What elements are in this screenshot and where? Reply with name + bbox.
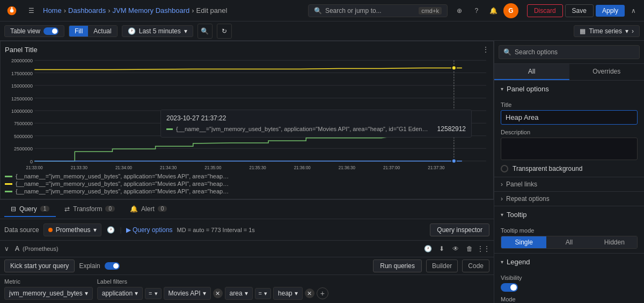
query-options-link[interactable]: ▶ Query options	[126, 226, 173, 234]
remove-filter-1[interactable]: ✕	[213, 288, 223, 298]
time-series-label: Time series	[589, 27, 622, 35]
tooltip-header[interactable]: ▾ Tooltip	[494, 206, 644, 223]
search-options-area: 🔍 Search options	[494, 41, 644, 64]
zoom-out-button[interactable]: 🔍	[197, 24, 213, 39]
metric-select[interactable]: jvm_memory_used_bytes ▾	[4, 287, 93, 300]
chevron-down-icon: ▾	[184, 27, 187, 35]
user-avatar[interactable]: G	[503, 3, 518, 18]
tab-transform[interactable]: ⇄ Transform 0	[58, 202, 121, 217]
svg-point-1	[10, 9, 14, 12]
remove-filter-2[interactable]: ✕	[305, 288, 314, 298]
fill-button[interactable]: Fill	[69, 26, 88, 37]
tab-alert[interactable]: 🔔 Alert 0	[123, 202, 173, 217]
run-queries-button[interactable]: Run queries	[373, 259, 422, 272]
collapse-icon[interactable]: ∧	[627, 4, 640, 17]
transparent-bg-radio[interactable]	[501, 165, 508, 172]
fill-actual-toggle: Fill Actual	[69, 25, 118, 37]
legend-item-2[interactable]: {__name__="jvm_memory_used_bytes", appli…	[5, 181, 489, 187]
chevron-right-icon: ›	[632, 27, 634, 35]
query-download-icon[interactable]: ⬇	[436, 243, 448, 255]
kick-explain-row: Kick start your query Explain Run querie…	[0, 257, 494, 275]
explain-toggle[interactable]	[105, 262, 120, 270]
panel-options-header[interactable]: ▾ Panel options	[494, 81, 644, 97]
query-collapse-icon[interactable]: ∨	[4, 245, 12, 252]
query-drag-icon[interactable]: ⋮⋮	[478, 243, 489, 255]
breadcrumb-dashboards[interactable]: Dashboards	[68, 6, 106, 15]
refresh-button[interactable]: ↻	[217, 24, 232, 39]
builder-button[interactable]: Builder	[426, 259, 458, 272]
tooltip-row: {__name__="jvm_memory_used_bytes", appli…	[166, 125, 466, 133]
datasource-row: Data source Prometheus ▾ 🕐 | ▶ Query opt…	[0, 219, 494, 241]
save-button[interactable]: Save	[565, 4, 594, 17]
repeat-options-header[interactable]: › Repeat options	[494, 192, 644, 206]
actual-button[interactable]: Actual	[88, 26, 116, 37]
chart-menu-icon[interactable]: ⋮	[482, 46, 489, 53]
tooltip-mode-buttons: Single All Hidden	[501, 236, 638, 249]
filter-op-1-value: =	[149, 290, 152, 297]
grafana-logo[interactable]	[4, 3, 19, 18]
filter-op-1[interactable]: = ▾	[145, 288, 161, 299]
hamburger-menu[interactable]: ☰	[24, 3, 39, 18]
svg-point-24	[452, 159, 456, 163]
right-panel: 🔍 Search options All Overrides ▾ Panel o…	[494, 41, 644, 303]
tab-query[interactable]: ⊟ Query 1	[4, 202, 56, 217]
add-filter-button[interactable]: +	[317, 287, 328, 299]
chart-toolbar: Table view Fill Actual 🕐 Last 5 minutes …	[0, 21, 644, 41]
tooltip-hidden-button[interactable]: Hidden	[592, 236, 637, 248]
global-search[interactable]: 🔍 Search or jump to... cmd+k	[308, 4, 448, 17]
datasource-value: Prometheus	[56, 226, 91, 234]
query-inspector-button[interactable]: Query inspector	[430, 223, 489, 236]
legend-header[interactable]: ▾ Legend	[494, 254, 644, 270]
kick-start-button[interactable]: Kick start your query	[4, 259, 75, 272]
datasource-select[interactable]: Prometheus ▾	[43, 223, 102, 236]
tooltip-single-button[interactable]: Single	[501, 236, 546, 248]
filter-chevron-1: ▾	[135, 290, 138, 297]
query-visibility-icon[interactable]: 👁	[450, 243, 462, 255]
discard-button[interactable]: Discard	[527, 4, 563, 17]
plus-icon[interactable]: ⊕	[452, 3, 467, 18]
svg-text:20000000: 20000000	[11, 58, 33, 63]
breadcrumb-jvm[interactable]: JVM Memory Dashboard	[112, 6, 189, 15]
all-overrides-tabs: All Overrides	[494, 64, 644, 81]
svg-text:21:34:00: 21:34:00	[115, 165, 133, 170]
clock-icon[interactable]: 🕐	[106, 225, 115, 235]
filter-key-2[interactable]: area ▾	[225, 287, 253, 300]
svg-text:21:34:30: 21:34:30	[160, 165, 177, 170]
query-tab-badge: 1	[40, 206, 50, 212]
table-view-toggle[interactable]: Table view	[4, 25, 64, 37]
search-shortcut: cmd+k	[419, 7, 442, 15]
title-input[interactable]	[501, 110, 638, 125]
description-textarea[interactable]	[501, 138, 638, 160]
bell-icon[interactable]: 🔔	[486, 3, 501, 18]
legend-label-2: {__name__="jvm_memory_used_bytes", appli…	[16, 181, 230, 187]
transform-tab-label: Transform	[73, 205, 102, 213]
filter-op-2[interactable]: = ▾	[255, 288, 271, 299]
metric-value: jvm_memory_used_bytes	[9, 290, 83, 297]
filter-op-chevron-2: ▾	[264, 290, 267, 297]
legend-visibility-label: Visibility	[501, 275, 638, 281]
panel-links-header[interactable]: › Panel links	[494, 177, 644, 191]
filter-val-1[interactable]: Movies API ▾	[164, 287, 211, 300]
transparent-bg-row: Transparent background	[501, 165, 638, 172]
time-series-selector[interactable]: ▦ Time series ▾ ›	[574, 25, 640, 37]
search-options-input[interactable]: 🔍 Search options	[499, 45, 640, 59]
prometheus-icon	[48, 228, 53, 232]
legend-item-1[interactable]: {__name__="jvm_memory_used_bytes", appli…	[5, 173, 489, 179]
tab-overrides[interactable]: Overrides	[569, 64, 645, 80]
query-delete-icon[interactable]: 🗑	[464, 243, 475, 255]
repeat-options-section: › Repeat options	[494, 192, 644, 206]
tooltip-all-button[interactable]: All	[546, 236, 591, 248]
query-time-icon[interactable]: 🕐	[422, 243, 434, 255]
legend-item-3[interactable]: {__name__="jvm_memory_used_bytes", appli…	[5, 188, 489, 194]
breadcrumb-home[interactable]: Home	[43, 6, 62, 15]
time-range-selector[interactable]: 🕐 Last 5 minutes ▾	[122, 25, 193, 37]
tooltip-section-title: Tooltip	[507, 211, 527, 219]
apply-button[interactable]: Apply	[596, 5, 625, 17]
filter-val-2[interactable]: heap ▾	[273, 287, 303, 300]
filter-key-1[interactable]: application ▾	[97, 287, 143, 300]
tab-all[interactable]: All	[494, 64, 569, 80]
help-icon[interactable]: ?	[469, 3, 484, 18]
legend-visibility-toggle[interactable]	[501, 283, 518, 292]
code-button[interactable]: Code	[462, 259, 489, 272]
alert-tab-icon: 🔔	[130, 205, 138, 213]
